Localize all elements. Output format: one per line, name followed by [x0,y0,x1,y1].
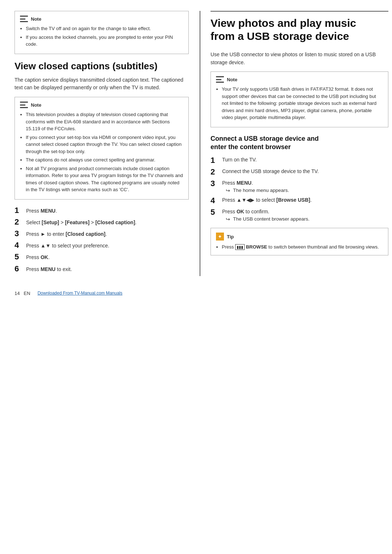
list-item: If you access the locked channels, you a… [26,34,183,48]
list-item: The captions do not always use correct s… [26,156,183,164]
right-step-sub-5: ↪ The USB content browser appears. [226,216,310,222]
left-note-box: Note This television provides a display … [15,97,189,200]
step-item-6: 6 Press MENU to exit. [15,264,189,273]
step-item-1: 1 Press MENU. [15,206,189,215]
right-step-sub-3: ↪ The home menu appears. [226,188,289,193]
tip-header: ✦ Tip [216,233,383,241]
step-num-5: 5 [15,253,23,261]
right-step-text-5: Press OK to confirm. [222,208,269,214]
list-item: Switch the TV off and on again for the c… [26,25,183,32]
right-step-num-3: 3 [211,179,219,188]
left-column: Note Switch the TV off and on again for … [15,11,189,276]
right-step-num-5: 5 [211,208,219,217]
right-step-text-2: Connect the USB storage device to the TV… [222,167,319,174]
right-note-label: Note [227,77,237,82]
list-item: If you connect your set-top box via HDMI… [26,134,183,155]
right-column: View photos and play music from a USB st… [200,11,388,276]
step-text-3: Press ► to enter [Closed caption]. [26,229,107,238]
right-note-icon [216,76,224,83]
step-text-4: Press ▲▼ to select your preference. [26,241,109,250]
note-icon [20,16,28,22]
step-item-5: 5 Press OK. [15,253,189,261]
tip-star-icon: ✦ [216,233,224,241]
footer-page-number: 14 EN [15,291,30,296]
note-label: Note [31,16,41,22]
top-divider [211,11,388,12]
top-note-box: Note Switch the TV off and on again for … [15,11,189,54]
step-item-3: 3 Press ► to enter [Closed caption]. [15,229,189,238]
right-step-sub-text-3: The home menu appears. [233,188,289,193]
right-step-item-3: 3 Press MENU. ↪ The home menu appears. [211,179,388,193]
right-step-item-1: 1 Turn on the TV. [211,156,388,165]
step-text-5: Press OK. [26,253,50,261]
star-symbol: ✦ [218,234,222,239]
step-num-3: 3 [15,229,23,238]
right-subsection-title: Connect a USB storage device and enter t… [211,135,388,152]
right-step-num-2: 2 [211,168,219,176]
list-item: Not all TV programs and product commerci… [26,165,183,193]
right-step-text-3: Press MENU. [222,179,253,186]
note-label-2: Note [31,102,41,108]
right-step-num-1: 1 [211,156,219,165]
right-steps-list: 1 Turn on the TV. 2 Connect the USB stor… [211,156,388,222]
list-item: Your TV only supports USB flash drives i… [222,86,383,121]
left-steps-list: 1 Press MENU. 2 Select [Setup] > [Featur… [15,206,189,273]
right-note-list: Your TV only supports USB flash drives i… [216,86,383,121]
left-section-desc: The caption service displays transmitted… [15,76,189,92]
left-note-list: This television provides a display of te… [20,111,183,193]
note-header: Note [20,16,183,22]
list-item: Press ▮▮▮ BROWSE to switch between thumb… [222,243,383,251]
browse-button-icon: ▮▮▮ [235,244,245,250]
right-section-title-line2: from a USB storage device [211,30,349,42]
step-text-6: Press MENU to exit. [26,264,72,273]
note-icon-2 [20,102,28,108]
step-num-1: 1 [15,206,23,215]
right-step-num-4: 4 [211,196,219,205]
tip-box: ✦ Tip Press ▮▮▮ BROWSE to switch between… [211,228,388,255]
list-item: This television provides a display of te… [26,111,183,132]
note-header-2: Note [20,102,183,108]
right-section-desc: Use the USB connector to view photos or … [211,51,388,66]
right-step-text-1: Turn on the TV. [222,156,257,163]
page-lang: EN [24,291,30,296]
tip-label: Tip [227,234,234,239]
right-step-item-5: 5 Press OK to confirm. ↪ The USB content… [211,208,388,222]
arrow-icon-5: ↪ [226,216,230,222]
right-step-item-4: 4 Press ▲▼◀▶ to select [Browse USB]. [211,196,388,205]
step-item-2: 2 Select [Setup] > [Features] > [Closed … [15,218,189,226]
subsection-title-line2: enter the content browser [211,143,291,151]
footer-download-link[interactable]: Downloaded From TV-Manual.com Manuals [37,291,122,296]
step-num-4: 4 [15,241,23,250]
step-text-1: Press MENU. [26,206,57,215]
right-step-item-2: 2 Connect the USB storage device to the … [211,168,388,176]
page-number: 14 [15,291,20,296]
right-section-title: View photos and play music from a USB st… [211,17,388,46]
top-note-list: Switch the TV off and on again for the c… [20,25,183,48]
right-note-header: Note [216,76,383,83]
step-num-2: 2 [15,218,23,226]
step-text-2: Select [Setup] > [Features] > [Closed ca… [26,218,136,226]
step-item-4: 4 Press ▲▼ to select your preference. [15,241,189,250]
tip-list: Press ▮▮▮ BROWSE to switch between thumb… [216,243,383,251]
page-layout: Note Switch the TV off and on again for … [15,11,377,276]
right-step-text-4: Press ▲▼◀▶ to select [Browse USB]. [222,196,312,203]
right-step-sub-text-5: The USB content browser appears. [233,216,310,222]
subsection-title-line1: Connect a USB storage device and [211,135,319,142]
arrow-icon-3: ↪ [226,188,230,193]
right-note-box: Note Your TV only supports USB flash dri… [211,71,388,127]
step-num-6: 6 [15,264,23,273]
footer: 14 EN Downloaded From TV-Manual.com Manu… [15,291,377,296]
right-section-title-line1: View photos and play music [211,17,356,29]
left-section-title: View closed captions (subtitles) [15,61,189,72]
